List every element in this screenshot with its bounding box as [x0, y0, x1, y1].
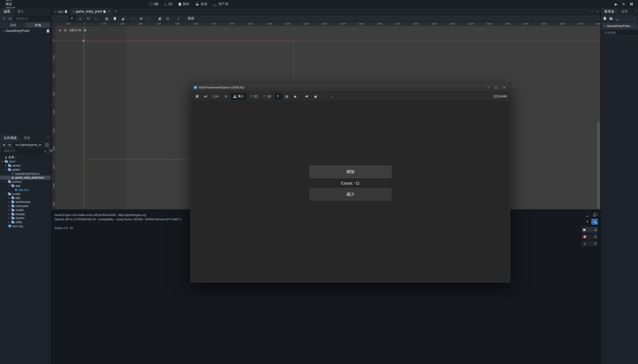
save-resource-button[interactable]: ↓ — [615, 16, 620, 21]
select-tool-button[interactable] — [69, 16, 76, 22]
instance-scene-button[interactable]: ∞ — [7, 16, 13, 21]
new-resource-button[interactable] — [602, 16, 607, 21]
property-filter[interactable] — [602, 30, 638, 35]
select-mode-button[interactable] — [275, 93, 282, 100]
caret-icon[interactable]: ▸ — [5, 164, 7, 167]
tab-import[interactable]: 导入 — [14, 8, 27, 15]
increase-button[interactable]: 增加 — [309, 166, 391, 178]
dock-options-icon[interactable]: ⋮ — [45, 8, 51, 14]
file-tree-item[interactable]: ▾res:// — [0, 159, 51, 164]
expand-editor-icon[interactable]: ↔ — [595, 8, 600, 14]
zoom-in-button[interactable]: ⊕ — [84, 28, 87, 32]
caret-icon[interactable]: ▸ — [8, 217, 10, 219]
workspace-tab-3d[interactable]: △3D — [161, 1, 175, 7]
skeleton-options-button[interactable]: ∫ — [175, 16, 182, 22]
scene-tree-root-node[interactable]: ○ GameEntryPoint — [0, 28, 51, 34]
scale-tool-button[interactable]: ↔ — [93, 16, 100, 22]
load-resource-button[interactable] — [608, 16, 614, 21]
caret-icon[interactable]: ▸ — [8, 213, 10, 215]
file-filter[interactable] — [1, 148, 48, 153]
script-icon[interactable] — [47, 29, 49, 32]
file-tree-item[interactable]: ▸model — [0, 208, 51, 212]
workspace-tab-2d[interactable]: 2D — [146, 1, 161, 7]
scene-tab-game_entry_point[interactable]: ○game_entry_point× — [70, 8, 113, 15]
scene-tab-app[interactable]: ○app — [52, 8, 70, 15]
group-node-button[interactable]: ⊡ — [164, 16, 171, 22]
filesystem-options-icon[interactable]: ⋮ — [45, 135, 51, 140]
file-tree-item[interactable]: icon.svg — [0, 224, 51, 228]
grid-snap-button[interactable]: ⊞ — [138, 16, 145, 22]
caret-icon[interactable]: ▾ — [1, 160, 4, 163]
caret-icon[interactable]: ▾ — [5, 180, 7, 183]
path-bar[interactable] — [13, 142, 44, 147]
remote-button[interactable]: 远程 — [1, 23, 25, 28]
file-tree-item[interactable]: ▾app — [0, 184, 51, 188]
ruler-tool-button[interactable]: ◢ — [119, 16, 126, 22]
add-node-button[interactable]: + — [1, 16, 7, 21]
tab-filesystem[interactable]: 文件系统 — [0, 135, 20, 141]
inspector-options-icon[interactable]: ⋮ — [633, 8, 638, 14]
file-tree-item[interactable]: ▸app — [0, 196, 51, 200]
game-options-button[interactable]: ⋮ — [320, 93, 327, 100]
smart-snap-button[interactable]: ∩ — [130, 16, 137, 22]
file-tree-item[interactable]: ▾scripts — [0, 192, 51, 196]
new-scene-tab-button[interactable]: + — [113, 8, 118, 14]
list-select-mode-button[interactable]: ▤ — [283, 93, 290, 100]
list-select-button[interactable]: ▤ — [103, 16, 110, 22]
path-input[interactable] — [15, 143, 42, 147]
filter-log-button[interactable]: ≡ — [584, 219, 590, 225]
camera-override-button[interactable]: ▣ — [312, 93, 319, 100]
back-icon[interactable]: ◂ — [1, 142, 7, 147]
close-tab-icon[interactable]: × — [108, 10, 110, 13]
vertical-scrollbar[interactable] — [597, 121, 599, 209]
view-menu[interactable]: 视图 — [185, 16, 196, 21]
property-filter-input[interactable] — [604, 31, 638, 35]
speed-button[interactable]: 1.0× — [211, 93, 221, 100]
close-button[interactable]: × — [501, 85, 507, 90]
caret-icon[interactable]: ▾ — [5, 193, 7, 195]
snap-options-button[interactable]: ⋮ — [146, 16, 153, 22]
file-filter-input[interactable] — [3, 149, 43, 153]
save-log-button[interactable]: ↓ — [584, 212, 590, 218]
tab-signals[interactable]: 信号 — [618, 8, 631, 15]
file-tree-item[interactable]: ▸assets — [0, 164, 51, 168]
file-tree-item[interactable]: ▸system — [0, 216, 51, 220]
visibility-button[interactable]: ◉ — [292, 93, 299, 100]
reload-game-button[interactable]: ↻ — [223, 93, 230, 100]
file-tree-item[interactable]: ▾scenes — [0, 180, 51, 184]
local-button[interactable]: 本地 — [26, 23, 50, 28]
caret-icon[interactable]: ▸ — [8, 205, 10, 207]
split-view-icon[interactable]: ◫ — [44, 142, 50, 147]
file-tree-item[interactable]: ▦game_entry_point.tscn — [0, 176, 51, 180]
workspace-tab-script[interactable]: 脚本 — [176, 1, 193, 7]
lock-node-button[interactable] — [156, 16, 163, 22]
restart-button[interactable]: ↻ — [621, 1, 627, 7]
scene-tab-list-icon[interactable]: ⋮ — [589, 8, 595, 14]
workspace-tab-assetlib[interactable]: ↓资产库 — [210, 1, 232, 7]
next-frame-button[interactable]: ▶ — [202, 93, 209, 100]
file-tree-item[interactable]: ▸command — [0, 204, 51, 208]
inspector-menu-icon[interactable]: ⋮ — [631, 16, 637, 21]
rotate-tool-button[interactable]: ↻ — [85, 16, 92, 22]
file-tree-item[interactable]: ▸module — [0, 212, 51, 216]
mute-audio-button[interactable] — [303, 93, 311, 100]
decrease-button[interactable]: 减少 — [309, 188, 391, 200]
game-window-titlebar[interactable]: MyGFrameworkGame (DEBUG) − □ × — [191, 84, 510, 91]
workspace-tab-game[interactable]: 游戏 — [193, 1, 210, 7]
file-tree-item[interactable]: ▸utility — [0, 220, 51, 224]
move-tool-button[interactable] — [77, 16, 84, 22]
maximize-button[interactable]: □ — [493, 85, 499, 90]
caret-icon[interactable]: ▸ — [8, 197, 10, 199]
pause-button[interactable] — [629, 1, 634, 7]
caret-icon[interactable]: ▾ — [5, 168, 7, 171]
copy-log-button[interactable] — [591, 212, 598, 218]
3d-mode-button[interactable]: 3D — [261, 93, 273, 100]
scene-filter-input[interactable] — [16, 17, 55, 20]
input-mode-button[interactable]: 输入 — [231, 93, 246, 100]
warning-count-badge[interactable]: ▲!0 — [581, 241, 598, 246]
file-tree-item[interactable]: C#GameEntryPoint.cs — [0, 171, 51, 176]
file-tree-item[interactable]: ★收藏： — [0, 155, 51, 159]
tab-inspector[interactable]: 检查器 — [601, 8, 618, 15]
file-tree-item[interactable]: ▸architecture — [0, 200, 51, 204]
message-count-badge[interactable]: 4 — [581, 227, 598, 233]
